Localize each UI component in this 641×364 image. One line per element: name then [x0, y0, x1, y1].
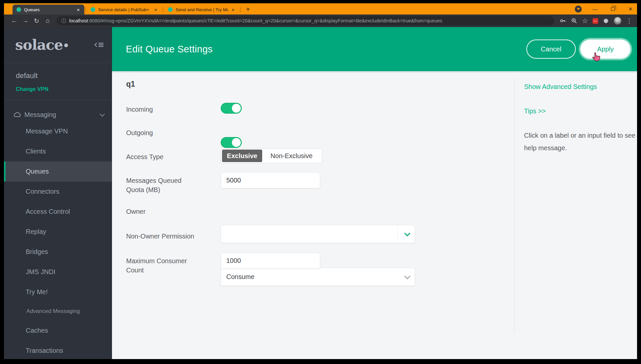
chevron-down-icon — [100, 111, 105, 117]
browser-update-icon[interactable] — [575, 6, 582, 13]
tab-close-icon[interactable]: × — [231, 7, 235, 13]
back-icon[interactable]: ← — [9, 17, 19, 24]
solace-logo-dot: ● — [64, 40, 69, 50]
tab-queues[interactable]: Queues × — [13, 5, 84, 14]
home-icon[interactable]: ⌂ — [43, 17, 53, 24]
sidebar-item-replay[interactable]: Replay — [4, 222, 112, 242]
max-consumer-count-input[interactable] — [221, 253, 320, 269]
tips-link[interactable]: Tips >> — [524, 107, 546, 115]
chevron-down-icon[interactable] — [404, 230, 410, 236]
edit-queue-form: q1 Incoming Outgoing Access Type Exclusi… — [112, 71, 637, 359]
access-type-segmented-control: Exclusive Non-Exclusive — [221, 148, 322, 163]
zoom-icon[interactable] — [571, 17, 577, 24]
divider — [397, 227, 398, 241]
solace-logo: solace — [15, 37, 63, 53]
incoming-label[interactable]: Incoming — [126, 105, 153, 114]
access-type-non-exclusive-button[interactable]: Non-Exclusive — [262, 150, 321, 162]
tab-close-icon[interactable]: × — [153, 7, 158, 13]
forward-icon[interactable]: → — [20, 17, 30, 24]
restore-button[interactable] — [608, 6, 617, 12]
divider — [514, 78, 515, 333]
browser-toolbar: ← → ↻ ⌂ ⓘ localhost :8080/#/msg-vpns/ZGV… — [4, 14, 637, 27]
url-host: localhost — [69, 18, 88, 23]
non-owner-permission-select[interactable]: Consume — [221, 268, 415, 286]
apply-button[interactable]: Apply — [580, 40, 630, 59]
password-extension-icon[interactable]: ••• — [593, 18, 598, 24]
tab-separator — [163, 7, 163, 13]
sidebar-section-messaging[interactable]: Messaging — [4, 108, 112, 121]
bookmark-star-icon[interactable]: ☆ — [582, 17, 588, 25]
help-message: Click on a label or an input field to se… — [524, 129, 637, 154]
address-bar[interactable]: ⓘ localhost :8080/#/msg-vpns/ZGVmYXVsdA=… — [57, 16, 554, 25]
sidebar-item-caches[interactable]: Caches — [4, 321, 112, 341]
tab-title: Send and Receive | Try Me! — [176, 7, 228, 12]
extensions-puzzle-icon[interactable] — [603, 18, 609, 24]
sidebar-item-message-vpn[interactable]: Message VPN — [4, 121, 112, 141]
tab-try-me[interactable]: Send and Receive | Try Me! × — [164, 5, 239, 14]
page-header: Edit Queue Settings Cancel Apply — [112, 27, 637, 71]
browser-window: Queues × Service details | PubSub+ Cloud… — [4, 3, 637, 359]
mouse-cursor-hand-icon — [591, 52, 600, 62]
chevron-down-icon — [404, 273, 410, 279]
cancel-button[interactable]: Cancel — [526, 40, 576, 59]
browser-titlebar: Queues × Service details | PubSub+ Cloud… — [4, 3, 637, 14]
sidebar-collapse-icon[interactable] — [94, 42, 104, 48]
reload-icon[interactable]: ↻ — [32, 17, 42, 25]
page-info-icon[interactable]: ⓘ — [61, 18, 66, 24]
tab-title: Queues — [24, 7, 73, 12]
sidebar: solace ● default Change VPN Messaging Me… — [4, 27, 112, 359]
tab-favicon — [91, 7, 95, 12]
sidebar-item-clients[interactable]: Clients — [4, 141, 112, 161]
owner-combobox[interactable] — [221, 225, 415, 243]
page-title: Edit Queue Settings — [126, 44, 213, 55]
tab-service-details[interactable]: Service details | PubSub+ Cloud × — [87, 5, 162, 14]
profile-avatar[interactable] — [614, 17, 622, 25]
quota-input[interactable] — [221, 172, 320, 188]
divider — [4, 100, 112, 100]
non-owner-permission-value: Consume — [226, 273, 255, 281]
tab-separator — [85, 7, 86, 13]
owner-label[interactable]: Owner — [126, 207, 146, 216]
cloud-icon — [13, 112, 21, 117]
non-owner-permission-label[interactable]: Non-Owner Permission — [126, 232, 194, 241]
close-button[interactable]: × — [626, 5, 635, 13]
show-advanced-settings-link[interactable]: Show Advanced Settings — [524, 83, 597, 91]
change-vpn-link[interactable]: Change VPN — [16, 86, 112, 92]
sidebar-section-label: Messaging — [24, 111, 56, 119]
sidebar-item-transactions[interactable]: Transactions — [4, 341, 112, 359]
outgoing-toggle[interactable] — [221, 137, 242, 148]
outgoing-label[interactable]: Outgoing — [126, 128, 153, 137]
tab-separator — [240, 7, 240, 13]
sidebar-item-connectors[interactable]: Connectors — [4, 182, 112, 202]
sidebar-item-bridges[interactable]: Bridges — [4, 242, 112, 262]
sidebar-item-jms-jndi[interactable]: JMS JNDI — [4, 262, 112, 282]
access-type-exclusive-button[interactable]: Exclusive — [222, 150, 262, 162]
tab-favicon — [168, 7, 173, 12]
sidebar-item-access-control[interactable]: Access Control — [4, 202, 112, 222]
browser-menu-icon[interactable]: ⋮ — [626, 17, 632, 25]
tab-title: Service details | PubSub+ Cloud — [98, 7, 151, 12]
sidebar-item-try-me[interactable]: Try Me! — [4, 282, 112, 302]
minimize-button[interactable]: — — [590, 6, 599, 12]
toggle-knob — [232, 104, 241, 113]
url-path: :8080/#/msg-vpns/ZGVmYXVsdA==/endpoints/… — [88, 18, 442, 23]
sidebar-item-advanced-messaging[interactable]: Advanced Messaging — [4, 302, 112, 321]
access-type-label[interactable]: Access Type — [126, 152, 163, 161]
max-consumer-count-label[interactable]: Maximum Consumer Count — [126, 256, 196, 275]
quota-label[interactable]: Messages Queued Quota (MB) — [126, 176, 196, 194]
key-icon[interactable] — [560, 17, 566, 24]
new-tab-button[interactable]: + — [246, 6, 250, 13]
queue-name: q1 — [126, 80, 135, 89]
tab-favicon — [16, 7, 21, 12]
tab-close-icon[interactable]: × — [76, 7, 80, 13]
current-vpn-name: default — [16, 71, 112, 80]
incoming-toggle[interactable] — [221, 103, 242, 114]
toggle-knob — [232, 138, 241, 147]
sidebar-item-queues[interactable]: Queues — [4, 161, 112, 182]
